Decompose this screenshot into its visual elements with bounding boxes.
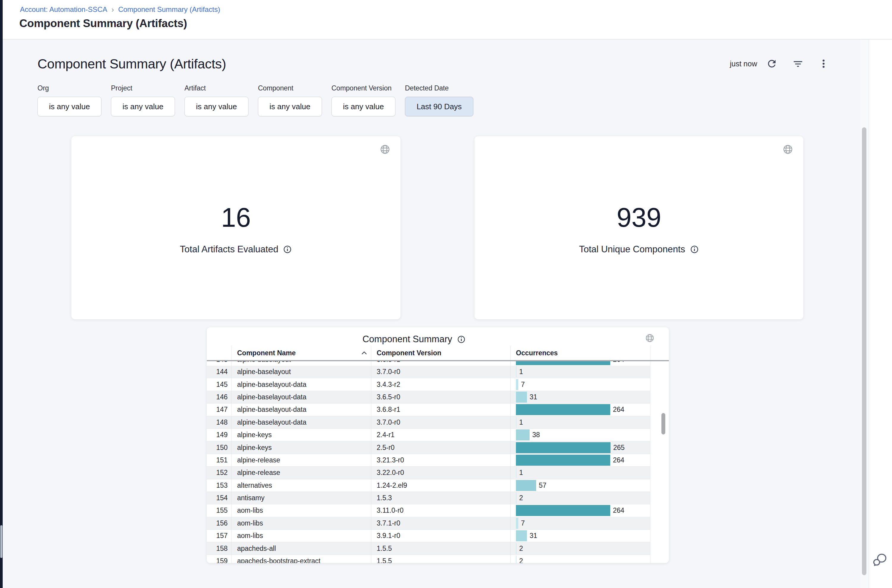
header-occurrences[interactable]: Occurrences — [510, 346, 651, 360]
filter-list-icon — [792, 58, 804, 70]
collapsed-sidebar — [0, 0, 3, 588]
occurrence-bar — [516, 404, 610, 415]
table-row: 150alpine-keys2.5-r0265 — [207, 441, 651, 454]
header-component-name[interactable]: Component Name — [231, 346, 371, 360]
occurrence-bar — [516, 543, 517, 554]
occurrence-value: 264 — [613, 507, 624, 514]
table-row: 153alternatives1.24-2.el957 — [207, 479, 651, 492]
cell-component-name: apacheds-all — [231, 542, 371, 554]
kebab-menu-icon — [818, 58, 829, 69]
table-row: 155aom-libs3.11.0-r0264 — [207, 504, 651, 517]
table-row: 147alpine-baselayout-data3.6.8-r1264 — [207, 404, 651, 416]
table-row: 157aom-libs3.9.1-r031 — [207, 530, 651, 542]
filter-value-button-component-version[interactable]: is any value — [331, 97, 396, 116]
chat-bubbles-icon — [872, 552, 888, 568]
cell-component-name: alpine-baselayout-data — [231, 404, 371, 416]
occurrence-value: 31 — [529, 393, 537, 401]
info-icon[interactable] — [283, 245, 292, 254]
cell-row-number: 146 — [207, 391, 231, 403]
table-row: 154antisamy1.5.32 — [207, 492, 651, 504]
filter-label: Artifact — [184, 84, 249, 92]
cell-component-version: 3.6.8-r1 — [371, 404, 510, 416]
occurrence-bar — [516, 530, 527, 541]
cell-component-name: antisamy — [231, 492, 371, 504]
table-scrollbar-thumb[interactable] — [661, 413, 665, 435]
header-component-version[interactable]: Component Version — [371, 346, 510, 360]
cell-component-name: alpine-baselayout — [231, 361, 371, 366]
filter-value-button-component[interactable]: is any value — [258, 97, 322, 116]
cell-component-name: aom-libs — [231, 530, 371, 542]
occurrence-value: 264 — [613, 361, 624, 364]
refresh-button[interactable] — [766, 58, 778, 70]
last-refreshed-label: just now — [730, 60, 757, 68]
cell-row-number: 144 — [207, 366, 231, 378]
info-icon[interactable] — [690, 245, 699, 254]
filter-value-button-project[interactable]: is any value — [111, 97, 175, 116]
occurrence-bar — [516, 379, 518, 390]
cell-occurrences: 1 — [510, 416, 651, 429]
table-row: 143alpine-baselayout3.6.8-r1264 — [207, 361, 651, 366]
sort-ascending-icon — [361, 351, 367, 355]
occurrence-bar — [516, 480, 536, 491]
cell-component-name: aom-libs — [231, 517, 371, 530]
occurrence-value: 7 — [521, 381, 525, 388]
cell-occurrences: 264 — [510, 504, 651, 517]
cell-row-number: 159 — [207, 555, 231, 563]
breadcrumb-separator-icon: › — [111, 6, 114, 14]
dashboard-filters-button[interactable] — [792, 58, 804, 70]
occurrence-bar — [516, 518, 518, 529]
cell-component-version: 1.5.5 — [371, 542, 510, 554]
cell-component-name: alpine-baselayout — [231, 366, 371, 378]
cell-component-name: alpine-baselayout-data — [231, 391, 371, 403]
cell-occurrences: 2 — [510, 555, 651, 563]
filter-value-button-artifact[interactable]: is any value — [184, 97, 249, 116]
sidebar-scrollbar-thumb[interactable] — [0, 525, 2, 558]
filter-value-button-org[interactable]: is any value — [37, 97, 102, 116]
cell-row-number: 150 — [207, 441, 231, 453]
cell-component-version: 1.5.5 — [371, 555, 510, 563]
cell-row-number: 157 — [207, 530, 231, 542]
breadcrumb-account-link[interactable]: Account: Automation-SSCA — [20, 5, 107, 14]
filter-value-button-detected-date[interactable]: Last 90 Days — [405, 97, 474, 116]
cell-row-number: 149 — [207, 429, 231, 441]
cell-row-number: 145 — [207, 378, 231, 390]
occurrence-bar — [516, 429, 529, 440]
dashboard-actions-menu-button[interactable] — [819, 58, 828, 70]
filter-label: Component — [258, 84, 322, 92]
kpi-label: Total Unique Components — [579, 244, 685, 255]
cell-component-version: 3.7.1-r0 — [371, 517, 510, 530]
cell-component-version: 3.11.0-r0 — [371, 504, 510, 517]
breadcrumb-current-link[interactable]: Component Summary (Artifacts) — [118, 5, 220, 14]
dashboard-canvas: Component Summary (Artifacts) just now O… — [3, 40, 860, 588]
table-header-row: Component Name Component Version Occurre… — [207, 346, 651, 360]
cell-row-number: 156 — [207, 517, 231, 530]
occurrence-value: 1 — [519, 469, 523, 477]
filter-label: Detected Date — [405, 84, 474, 92]
occurrence-value: 2 — [519, 544, 523, 553]
filter-label: Project — [111, 84, 175, 92]
page-scrollbar-thumb[interactable] — [862, 128, 867, 575]
cell-row-number: 151 — [207, 454, 231, 466]
cell-component-name: alpine-release — [231, 466, 371, 479]
table-row: 149alpine-keys2.4-r138 — [207, 429, 651, 441]
occurrence-value: 57 — [539, 482, 547, 489]
cell-row-number: 152 — [207, 466, 231, 479]
info-icon[interactable] — [457, 335, 466, 344]
filter-group-project: Project is any value — [111, 84, 175, 116]
table-row: 148alpine-baselayout-data3.7.0-r01 — [207, 416, 651, 429]
cell-component-version: 3.21.3-r0 — [371, 454, 510, 466]
filter-label: Component Version — [331, 84, 396, 92]
cell-occurrences: 1 — [510, 366, 651, 378]
table-row: 159apacheds-bootstrap-extract1.5.52 — [207, 555, 651, 563]
tile-total-artifacts-evaluated: 16 Total Artifacts Evaluated — [71, 136, 400, 319]
cell-component-version: 1.5.3 — [371, 492, 510, 504]
chat-help-button[interactable] — [872, 552, 888, 568]
filter-group-org: Org is any value — [37, 84, 102, 116]
cell-row-number: 154 — [207, 492, 231, 504]
cell-row-number: 153 — [207, 479, 231, 492]
cell-component-name: alpine-keys — [231, 441, 371, 453]
cell-component-name: alpine-baselayout-data — [231, 378, 371, 390]
cell-component-name: alpine-baselayout-data — [231, 416, 371, 429]
table-row: 146alpine-baselayout-data3.6.5-r031 — [207, 391, 651, 404]
table-row-clipped: 143alpine-baselayout3.6.8-r1264 — [207, 361, 651, 366]
